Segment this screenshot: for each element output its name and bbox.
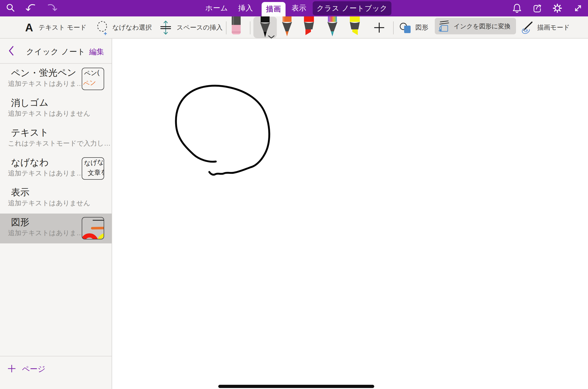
page-list-item[interactable]: ペン・蛍光ペン 追加テキストはありま… ペン( ペン — [0, 64, 112, 94]
convert-ink-label: インクを図形に変換 — [454, 22, 511, 30]
draw-mode-hand-pen-icon — [520, 21, 533, 35]
page-list-item[interactable]: 表示 追加テキストはありません — [0, 184, 112, 214]
add-page-label: ページ — [22, 364, 45, 374]
search-icon[interactable] — [4, 2, 16, 14]
tab-home[interactable]: ホーム — [204, 0, 229, 16]
pen-options-chevron-down-icon[interactable] — [268, 35, 275, 39]
add-pen-button[interactable] — [373, 22, 385, 33]
undo-icon[interactable] — [25, 2, 37, 14]
convert-ink-icon — [437, 19, 451, 33]
sidebar-header: クイック ノート 編集 — [0, 39, 112, 64]
highlighter-red-tool[interactable] — [302, 16, 316, 36]
share-icon[interactable] — [531, 2, 543, 14]
page-thumbnail: なげな 文章を — [82, 157, 104, 180]
insert-space-button[interactable]: スペースの挿入 — [159, 16, 222, 39]
tab-class-notebook[interactable]: クラス ノートブック — [313, 1, 391, 15]
page-title-handwritten: なげなわ — [11, 156, 49, 169]
page-title-handwritten: 消しゴム — [11, 96, 49, 109]
text-mode-label: テキスト モード — [39, 23, 87, 32]
lasso-select-label: なげなわ選択 — [112, 23, 152, 32]
page-title-handwritten: 表示 — [11, 186, 30, 199]
page-title-handwritten: 図形 — [11, 216, 30, 229]
draw-ribbon-toolbar: A テキスト モード なげなわ選択 スペースの挿入 — [0, 16, 588, 39]
add-page-button[interactable]: ページ — [0, 356, 112, 389]
toolbar-divider — [250, 21, 250, 34]
insert-space-icon — [159, 20, 173, 35]
page-thumbnail-shapes — [82, 217, 104, 239]
drawing-canvas[interactable] — [112, 39, 588, 389]
plus-icon — [7, 364, 16, 373]
settings-gear-icon[interactable] — [551, 2, 563, 14]
pen-rainbow-tool[interactable] — [325, 16, 339, 37]
notifications-bell-icon[interactable] — [511, 2, 523, 14]
pen-orange-tool[interactable] — [280, 16, 294, 37]
top-app-bar: ホーム 挿入 描画 表示 クラス ノートブック — [0, 0, 588, 16]
draw-mode-button[interactable]: 描画モード — [520, 16, 570, 39]
page-list-item[interactable]: なげなわ 追加テキストはありま… なげな 文章を — [0, 154, 112, 184]
page-list-item[interactable]: 消しゴム 追加テキストはありません — [0, 94, 112, 124]
home-indicator-bar[interactable] — [218, 385, 374, 388]
toolbar-divider — [226, 21, 226, 34]
page-subtitle: 追加テキストはありません — [8, 199, 90, 208]
insert-space-label: スペースの挿入 — [177, 23, 222, 32]
pen-black-tool[interactable] — [258, 16, 272, 38]
tab-draw[interactable]: 描画 — [262, 2, 286, 16]
page-subtitle: 追加テキストはありま… — [8, 228, 83, 237]
tab-view[interactable]: 表示 — [291, 0, 307, 16]
page-title-handwritten: テキスト — [11, 126, 49, 139]
draw-mode-label: 描画モード — [537, 23, 570, 32]
text-mode-button[interactable]: A テキスト モード — [25, 16, 87, 39]
shapes-label: 図形 — [415, 23, 428, 32]
text-mode-a-icon: A — [25, 21, 33, 34]
page-subtitle: 追加テキストはありま… — [8, 169, 83, 178]
fullscreen-expand-icon[interactable] — [572, 2, 584, 14]
edit-button[interactable]: 編集 — [89, 47, 104, 57]
shapes-icon — [399, 21, 412, 34]
eraser-tool[interactable] — [231, 16, 242, 35]
page-subtitle: 追加テキストはありま… — [8, 79, 83, 88]
redo-icon[interactable] — [46, 2, 58, 14]
lasso-select-button[interactable]: なげなわ選択 — [96, 16, 152, 39]
tab-insert[interactable]: 挿入 — [237, 0, 254, 16]
page-thumbnail: ペン( ペン — [82, 68, 104, 90]
highlighter-yellow-tool[interactable] — [348, 16, 362, 36]
convert-ink-to-shape-button[interactable]: インクを図形に変換 — [435, 18, 516, 34]
page-subtitle: 追加テキストはありません — [8, 109, 90, 118]
lasso-icon — [96, 20, 109, 35]
toolbar-divider — [393, 21, 394, 34]
shapes-button[interactable]: 図形 — [399, 16, 428, 39]
page-list-item-selected[interactable]: 図形 追加テキストはありま… — [0, 214, 112, 243]
page-title-handwritten: ペン・蛍光ペン — [11, 66, 76, 80]
page-subtitle: これはテキストモードで入力し… — [8, 139, 111, 148]
page-list-item[interactable]: テキスト これはテキストモードで入力し… — [0, 124, 112, 154]
onenote-app: ホーム 挿入 描画 表示 クラス ノートブック — [0, 0, 588, 389]
page-list-sidebar: クイック ノート 編集 ペン・蛍光ペン 追加テキストはありま… ペン( ペン 消… — [0, 39, 112, 389]
